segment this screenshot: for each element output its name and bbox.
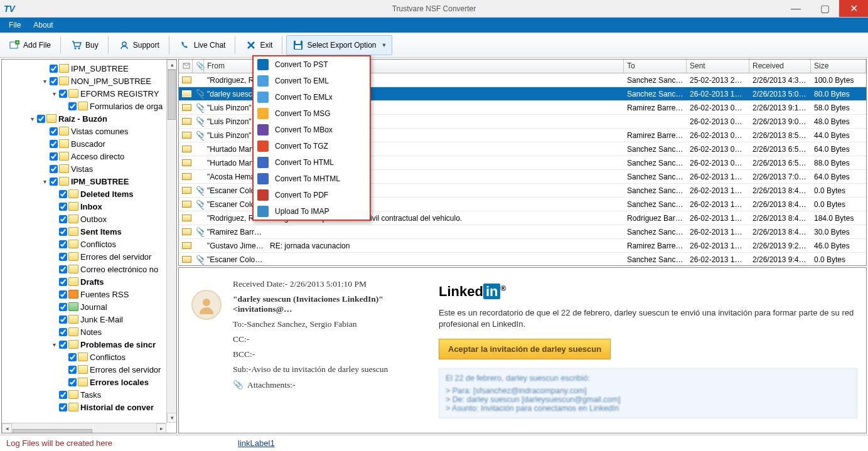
expander-icon[interactable] [41,65,48,72]
tree-checkbox[interactable] [59,316,67,324]
tree-checkbox[interactable] [59,341,67,349]
expander-icon[interactable]: ▾ [50,90,58,97]
expander-icon[interactable]: ▾ [28,115,36,122]
expander-icon[interactable] [50,190,58,198]
export-menu-item[interactable]: Convert To PDF [254,187,370,203]
tree-checkbox[interactable] [59,253,67,261]
support-button[interactable]: Support [112,35,165,55]
col-sent[interactable]: Sent [687,60,749,73]
tree-item[interactable]: Conflictos [3,238,175,250]
col-received[interactable]: Received [749,60,811,73]
expander-icon[interactable] [50,278,58,285]
minimize-button[interactable]: — [781,0,810,17]
expander-icon[interactable]: ▾ [50,341,58,348]
tree-checkbox[interactable] [59,290,67,299]
tree-item[interactable]: Deleted Items [3,188,175,200]
tree-item[interactable]: Errores del servidor [3,363,175,376]
export-menu-item[interactable]: Convert To PST [254,56,370,73]
tree-checkbox[interactable] [59,90,67,98]
tree-item[interactable]: Drafts [3,275,175,288]
add-file-button[interactable]: + Add File [3,35,56,55]
tree-checkbox[interactable] [50,140,58,148]
tree-item[interactable]: Vistas [3,162,175,175]
tree-item[interactable]: Inbox [3,200,175,213]
tree-checkbox[interactable] [50,65,58,73]
menu-file[interactable]: File [3,18,27,32]
tree-item[interactable]: Correo electrónico no [3,263,175,275]
tree-item[interactable]: ▾Problemas de sincr [3,338,175,351]
tree-item[interactable]: ▾IPM_SUBTREE [3,175,175,188]
tree-item[interactable]: Journal [3,300,175,313]
tree-checkbox[interactable] [50,178,58,186]
expander-icon[interactable] [60,102,67,110]
tree-item[interactable]: Formularios de orga [3,100,175,112]
expander-icon[interactable] [50,240,58,248]
tree-checkbox[interactable] [50,77,58,85]
expander-icon[interactable] [50,403,58,411]
tree-checkbox[interactable] [59,403,67,411]
expander-icon[interactable] [41,127,48,135]
tree-item[interactable]: Historial de conver [3,401,175,413]
tree-item[interactable]: Outbox [3,213,175,225]
tree-item[interactable]: Junk E-Mail [3,313,175,326]
expander-icon[interactable] [60,353,67,361]
tree-checkbox[interactable] [59,328,67,336]
tree-checkbox[interactable] [59,215,67,223]
tree-checkbox[interactable] [59,278,67,286]
tree-item[interactable]: Errores del servidor [3,250,175,263]
expander-icon[interactable] [50,228,58,235]
tree-horizontal-scrollbar[interactable]: ◂ ▸ [2,423,166,433]
accept-invitation-button[interactable]: Aceptar la invitación de darley suescun [439,339,611,359]
message-row[interactable]: 📎"Escaner Colomb…Sanchez Sanche…26-02-20… [179,253,866,265]
col-flag-icon[interactable] [179,60,193,73]
tree-checkbox[interactable] [68,378,77,386]
export-menu-item[interactable]: Convert To MSG [254,105,370,122]
tree-checkbox[interactable] [50,127,58,135]
tree-checkbox[interactable] [59,265,67,273]
expander-icon[interactable] [50,203,58,210]
tree-checkbox[interactable] [59,303,67,311]
tree-checkbox[interactable] [59,190,67,198]
tree-checkbox[interactable] [37,115,45,123]
tree-item[interactable]: ▾NON_IPM_SUBTREE [3,75,175,87]
expander-icon[interactable] [50,290,58,298]
tree-item[interactable]: ▾Raíz - Buzón [3,112,175,125]
tree-item[interactable]: Fuentes RSS [3,288,175,300]
tree-item[interactable]: IPM_SUBTREE [3,62,175,75]
message-row[interactable]: "Gustavo Jimene…RE: jornada vacunacionRa… [179,239,866,253]
tree-item[interactable]: Tasks [3,388,175,401]
status-link[interactable]: linkLabel1 [238,438,275,448]
tree-checkbox[interactable] [59,240,67,248]
tree-item[interactable]: ▾EFORMS REGISTRY [3,87,175,100]
maximize-button[interactable]: ▢ [810,0,839,17]
tree-checkbox[interactable] [68,102,77,110]
col-attachment-icon[interactable]: 📎 [193,60,204,73]
tree-checkbox[interactable] [50,152,58,161]
exit-button[interactable]: Exit [239,35,278,55]
buy-button[interactable]: Buy [65,35,104,55]
expander-icon[interactable] [50,253,58,260]
expander-icon[interactable] [60,378,67,386]
tree-checkbox[interactable] [68,353,77,361]
close-button[interactable]: ✕ [839,0,868,17]
expander-icon[interactable] [50,391,58,398]
expander-icon[interactable] [50,316,58,323]
expander-icon[interactable] [50,265,58,273]
col-to[interactable]: To [624,60,687,73]
expander-icon[interactable] [50,328,58,336]
tree-item[interactable]: Sent Items [3,225,175,238]
tree-checkbox[interactable] [59,228,67,236]
expander-icon[interactable] [41,152,48,160]
tree-vertical-scrollbar[interactable]: ▴ ▾ [166,60,176,423]
live-chat-button[interactable]: Live Chat [173,35,232,55]
expander-icon[interactable] [41,140,48,147]
export-menu-item[interactable]: Upload To IMAP [254,203,370,220]
tree-item[interactable]: Errores locales [3,376,175,388]
expander-icon[interactable] [50,215,58,223]
col-size[interactable]: Size [811,60,866,73]
tree-checkbox[interactable] [59,203,67,211]
menu-about[interactable]: About [27,18,59,32]
export-menu-item[interactable]: Convert To EML [254,73,370,89]
expander-icon[interactable]: ▾ [41,77,48,85]
tree-checkbox[interactable] [50,165,58,173]
